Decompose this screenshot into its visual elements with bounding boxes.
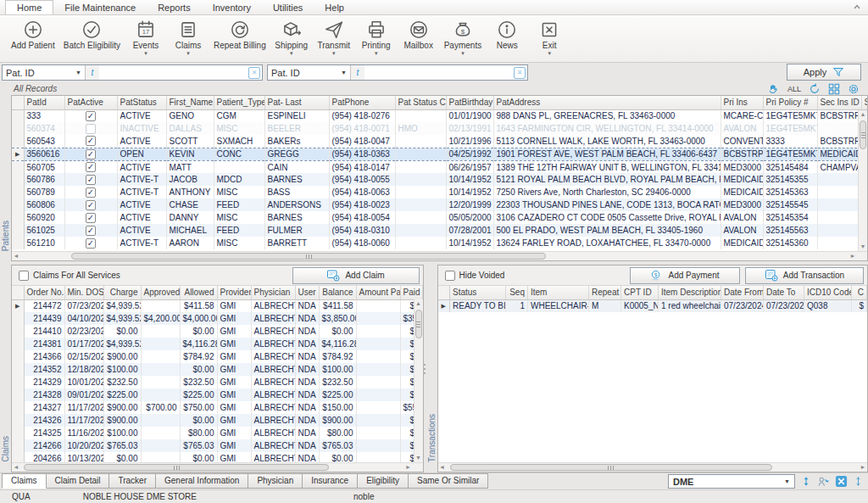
table-row[interactable]: 21426610/20/2023$765.03$765.03GMIALBRECH… bbox=[12, 439, 422, 452]
table-cell[interactable]: AVALON bbox=[721, 122, 763, 135]
table-cell[interactable]: $750.00 bbox=[180, 401, 217, 414]
table-cell[interactable]: $4,200.00 bbox=[141, 312, 180, 325]
transmit-button[interactable]: Transmit ▾ bbox=[313, 18, 355, 56]
table-cell[interactable]: NDA bbox=[295, 452, 319, 462]
table-cell[interactable]: 07/23/2024 bbox=[764, 299, 804, 312]
table-cell[interactable]: $0.00 bbox=[180, 414, 217, 427]
table-cell[interactable]: 214381 bbox=[24, 338, 64, 350]
table-cell[interactable]: GMI bbox=[217, 439, 251, 452]
checkbox[interactable] bbox=[86, 162, 96, 172]
table-row[interactable]: 560543ACTIVESCOTTSXMACHBAKERs(954) 418-0… bbox=[12, 135, 867, 148]
table-cell[interactable]: 22303 THOUSAND PINES LANE, CODE 1313, BO… bbox=[493, 198, 721, 211]
table-row[interactable]: 21438101/17/2024$4,939.52$4,116.28GMIALB… bbox=[12, 338, 422, 350]
menu-item-inventory[interactable]: Inventory bbox=[202, 1, 262, 14]
claims-horizontal-scrollbar[interactable]: ◄ ► bbox=[12, 462, 423, 472]
table-cell[interactable]: (954) 418-0023 bbox=[329, 198, 395, 211]
table-cell[interactable]: 07/23/2024 bbox=[721, 299, 764, 312]
table-cell[interactable]: ALBRECHT bbox=[251, 427, 295, 439]
table-cell[interactable]: NDA bbox=[295, 439, 319, 452]
table-cell[interactable] bbox=[817, 198, 861, 211]
table-cell[interactable]: 10/14/1952 bbox=[446, 173, 493, 186]
table-cell[interactable]: 1EG4TE5MK72 bbox=[763, 148, 817, 160]
tab-eligibility[interactable]: Eligibility bbox=[358, 473, 409, 489]
table-cell[interactable]: 11/16/2023 bbox=[64, 427, 103, 439]
table-row[interactable]: 21432611/17/2023$900.00$0.00GMIALBRECHTN… bbox=[12, 414, 422, 427]
filter-field-select-2[interactable]: Pat. ID ▼ bbox=[268, 65, 351, 80]
layout-icon[interactable] bbox=[828, 83, 840, 95]
table-cell[interactable]: 560786 bbox=[24, 173, 64, 186]
checkbox[interactable] bbox=[86, 149, 96, 159]
table-cell[interactable]: AVALON bbox=[721, 211, 763, 224]
table-cell[interactable]: 561025 bbox=[24, 224, 64, 237]
column-header[interactable]: Approved bbox=[141, 286, 180, 299]
table-cell[interactable]: MISC bbox=[214, 211, 264, 224]
table-row[interactable]: 333ACTIVEGENOCGMESPINELI(954) 418-027601… bbox=[12, 109, 867, 122]
column-header[interactable]: Charge bbox=[103, 286, 141, 299]
table-cell[interactable]: 5113 CORNELL WALK, LAKE WORTH, FL 33463-… bbox=[493, 135, 721, 148]
table-cell[interactable]: $150.00 bbox=[319, 401, 356, 414]
table-cell[interactable]: ACTIVE bbox=[117, 198, 166, 211]
table-cell[interactable]: ALBRECHT bbox=[251, 414, 295, 427]
undo-icon[interactable] bbox=[809, 83, 821, 95]
table-cell[interactable]: NDA bbox=[295, 350, 319, 363]
column-header[interactable]: Sec Ins ID bbox=[817, 96, 861, 109]
table-cell[interactable]: ACTIVE-T bbox=[117, 186, 166, 198]
scroll-down-icon[interactable]: ▼ bbox=[415, 454, 423, 462]
column-header[interactable]: PatStatus bbox=[117, 96, 166, 109]
table-cell[interactable]: (954) 418-0063 bbox=[329, 186, 395, 198]
table-cell[interactable]: OPEN bbox=[117, 148, 166, 160]
claims-for-all-services-checkbox[interactable]: Claims For All Services bbox=[19, 271, 120, 281]
table-cell[interactable]: ESPINELI bbox=[264, 109, 329, 122]
column-header[interactable]: Pat Status Cat bbox=[395, 96, 446, 109]
table-cell[interactable]: ALBRECHT bbox=[251, 401, 295, 414]
table-row[interactable]: 561025ACTIVEMICHAELFEEDFULMER(954) 418-0… bbox=[12, 224, 867, 237]
table-cell[interactable]: (954) 418-0147 bbox=[329, 160, 395, 173]
table-cell[interactable]: $411.58 bbox=[180, 299, 217, 312]
scrollbar-thumb[interactable] bbox=[450, 464, 772, 471]
table-cell[interactable]: MCARE-C bbox=[721, 109, 763, 122]
tab-physician[interactable]: Physician bbox=[248, 473, 303, 489]
all-records-toggle[interactable]: ALL bbox=[787, 85, 801, 93]
table-cell[interactable] bbox=[395, 198, 446, 211]
add-claim-button[interactable]: Add Claim bbox=[292, 267, 420, 284]
table-cell[interactable]: $0.00 bbox=[319, 325, 356, 338]
table-cell[interactable] bbox=[817, 237, 861, 249]
table-row[interactable]: ▶21447207/23/2024$4,939.52$411.58GMIALBR… bbox=[12, 299, 422, 312]
table-cell[interactable]: 1EG4TE5MK72 bbox=[763, 122, 817, 135]
table-cell[interactable] bbox=[356, 338, 400, 350]
menu-item-help[interactable]: Help bbox=[314, 1, 355, 14]
table-row[interactable]: 21432809/01/2023$225.00$225.00GMIALBRECH… bbox=[12, 388, 422, 401]
table-cell[interactable]: (954) 418-0276 bbox=[329, 109, 395, 122]
table-cell[interactable]: 3106 CAZADERO CT CODE 0505 Cassette Driv… bbox=[493, 211, 721, 224]
table-cell[interactable]: 214266 bbox=[24, 439, 64, 452]
table-row[interactable]: 21432711/17/2023$900.00$700.00$750.00GMI… bbox=[12, 401, 422, 414]
table-cell[interactable] bbox=[817, 173, 861, 186]
column-header[interactable]: PatPhone bbox=[329, 96, 395, 109]
table-cell[interactable]: ALBRECHT bbox=[251, 452, 295, 462]
column-header[interactable]: CPT ID bbox=[621, 286, 659, 299]
table-cell[interactable]: NDA bbox=[295, 388, 319, 401]
checkbox[interactable] bbox=[86, 111, 96, 121]
table-cell[interactable]: CONC bbox=[214, 148, 264, 160]
table-cell[interactable]: 325145355 bbox=[763, 173, 817, 186]
table-cell[interactable]: (954) 418-0054 bbox=[329, 211, 395, 224]
table-cell[interactable]: $0.00 bbox=[103, 452, 141, 462]
table-cell[interactable]: (954) 418-0055 bbox=[329, 173, 395, 186]
table-row[interactable]: 560920ACTIVEDANNYMISCBARNES(954) 418-005… bbox=[12, 211, 867, 224]
menu-item-reports[interactable]: Reports bbox=[147, 1, 202, 14]
column-header[interactable]: Repeat bbox=[589, 286, 621, 299]
checkbox[interactable] bbox=[86, 136, 96, 146]
table-cell[interactable] bbox=[395, 211, 446, 224]
table-cell[interactable]: $232.50 bbox=[180, 376, 217, 388]
table-cell[interactable]: 214472 bbox=[24, 299, 64, 312]
table-cell[interactable]: $232.50 bbox=[319, 376, 356, 388]
table-cell[interactable]: MISC bbox=[214, 237, 264, 249]
column-header[interactable]: Order No. bbox=[24, 286, 64, 299]
checkbox[interactable] bbox=[86, 238, 96, 249]
column-header[interactable]: Item bbox=[528, 286, 589, 299]
table-cell[interactable]: BASS bbox=[264, 186, 329, 198]
table-cell[interactable] bbox=[64, 109, 117, 122]
patients-side-tab[interactable]: Patients bbox=[0, 95, 11, 261]
column-header[interactable]: First_Name bbox=[166, 96, 214, 109]
table-cell[interactable] bbox=[141, 325, 180, 338]
